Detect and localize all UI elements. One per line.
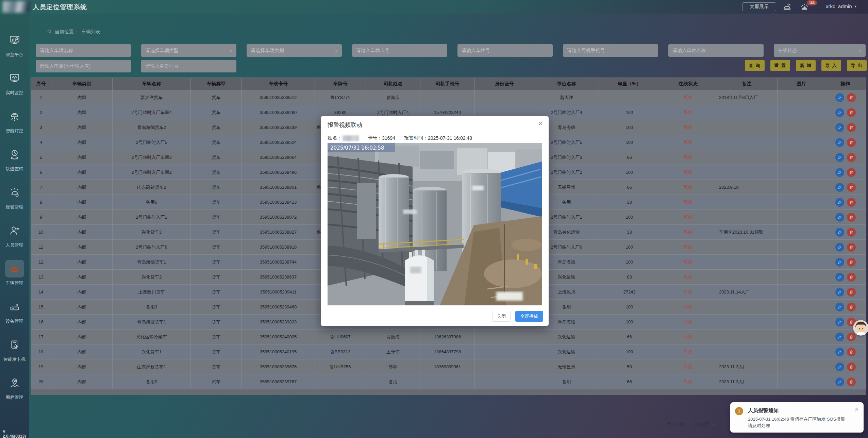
alarm-time-value: 2025-07-31 16:02:48 <box>428 135 472 141</box>
fullscreen-play-button[interactable]: 全屏播放 <box>515 311 543 322</box>
toast-title: 人员报警通知 <box>748 407 779 414</box>
card-label: 卡号： <box>368 135 382 141</box>
warning-icon: ! <box>735 407 743 415</box>
modal-close-button[interactable]: 关闭 <box>492 311 511 322</box>
toast-message: 2025-07-31 16:02:48 雷佰存在厂区触发 SOS报警 请及时处理 <box>748 416 850 429</box>
card-value: 31694 <box>382 135 395 141</box>
modal-title: 报警视频联动 <box>328 121 362 129</box>
alarm-video-modal: 报警视频联动 ✕ 姓名： 卡号： 31694 报警时间： 2025-07-31 … <box>321 116 549 326</box>
name-label: 姓名： <box>328 135 342 141</box>
name-value-blurred <box>343 135 359 141</box>
video-timestamp: 2025/07/31 16:02:58 <box>330 145 384 151</box>
alarm-info: 姓名： 卡号： 31694 报警时间： 2025-07-31 16:02:48 <box>328 135 472 141</box>
app-root: 人员定位管理系统 大屏展示 163 xrkc_admin ▼ 智慧平台实时监控智… <box>0 0 868 438</box>
alarm-time-label: 报警时间： <box>404 135 428 141</box>
cctv-video-frame[interactable]: 2025/07/31 16:02:58 <box>328 143 542 305</box>
close-icon[interactable]: ✕ <box>854 406 859 412</box>
assistant-avatar[interactable] <box>853 320 868 336</box>
alarm-toast: ! 人员报警通知 2025-07-31 16:02:48 雷佰存在厂区触发 SO… <box>730 402 864 433</box>
close-icon[interactable]: ✕ <box>538 120 543 127</box>
